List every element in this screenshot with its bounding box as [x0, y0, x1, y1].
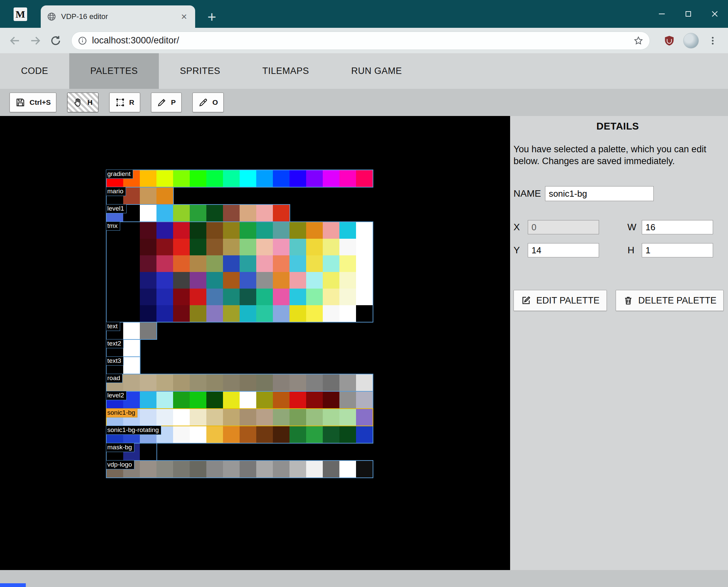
- ublock-extension-icon[interactable]: [661, 33, 677, 48]
- color-swatch[interactable]: [156, 255, 173, 272]
- tab-close-icon[interactable]: ×: [179, 12, 189, 22]
- color-swatch[interactable]: [140, 461, 156, 477]
- color-swatch[interactable]: [173, 289, 190, 305]
- color-swatch[interactable]: [173, 170, 190, 187]
- color-swatch[interactable]: [123, 222, 140, 239]
- color-swatch[interactable]: [156, 272, 173, 289]
- color-swatch[interactable]: [339, 392, 356, 408]
- color-swatch[interactable]: [156, 374, 173, 391]
- palette-text2[interactable]: text2: [106, 339, 141, 357]
- color-swatch[interactable]: [140, 444, 156, 460]
- color-swatch[interactable]: [240, 205, 256, 221]
- color-swatch[interactable]: [140, 222, 156, 239]
- palette-sonic1-bg[interactable]: sonic1-bg: [106, 408, 373, 426]
- color-swatch[interactable]: [190, 170, 206, 187]
- color-swatch[interactable]: [140, 289, 156, 305]
- h-input[interactable]: [642, 243, 713, 257]
- color-swatch[interactable]: [339, 461, 356, 477]
- color-swatch[interactable]: [140, 188, 156, 204]
- color-swatch[interactable]: [123, 322, 140, 339]
- color-swatch[interactable]: [140, 205, 156, 221]
- color-swatch[interactable]: [206, 255, 223, 272]
- color-swatch[interactable]: [306, 409, 323, 426]
- color-swatch[interactable]: [206, 374, 223, 391]
- color-swatch[interactable]: [107, 239, 123, 255]
- horizontal-scrollbar-thumb[interactable]: [0, 583, 26, 587]
- color-swatch[interactable]: [256, 170, 273, 187]
- edit-palette-button[interactable]: EDIT PALETTE: [514, 290, 607, 311]
- rect-select-tool-button[interactable]: R: [109, 93, 140, 112]
- color-swatch[interactable]: [223, 239, 240, 255]
- color-swatch[interactable]: [306, 461, 323, 477]
- color-swatch[interactable]: [339, 255, 356, 272]
- color-swatch[interactable]: [256, 409, 273, 426]
- color-swatch[interactable]: [240, 222, 256, 239]
- color-swatch[interactable]: [223, 205, 240, 221]
- color-swatch[interactable]: [173, 374, 190, 391]
- color-swatch[interactable]: [156, 461, 173, 477]
- color-swatch[interactable]: [173, 426, 190, 443]
- color-swatch[interactable]: [240, 272, 256, 289]
- maximize-button[interactable]: [675, 0, 702, 28]
- color-swatch[interactable]: [240, 426, 256, 443]
- color-swatch[interactable]: [223, 289, 240, 305]
- color-swatch[interactable]: [206, 272, 223, 289]
- color-swatch[interactable]: [190, 426, 206, 443]
- nav-tab-tilemaps[interactable]: TILEMAPS: [241, 53, 330, 89]
- bottom-scrollbar-track[interactable]: [0, 570, 728, 587]
- color-swatch[interactable]: [190, 409, 206, 426]
- color-swatch[interactable]: [290, 222, 306, 239]
- color-swatch[interactable]: [206, 289, 223, 305]
- color-swatch[interactable]: [190, 289, 206, 305]
- color-swatch[interactable]: [190, 305, 206, 322]
- color-swatch[interactable]: [107, 272, 123, 289]
- color-swatch[interactable]: [206, 205, 223, 221]
- color-swatch[interactable]: [256, 461, 273, 477]
- color-swatch[interactable]: [140, 374, 156, 391]
- color-swatch[interactable]: [223, 222, 240, 239]
- color-swatch[interactable]: [140, 239, 156, 255]
- color-swatch[interactable]: [173, 205, 190, 221]
- color-swatch[interactable]: [223, 374, 240, 391]
- color-swatch[interactable]: [339, 289, 356, 305]
- color-swatch[interactable]: [140, 392, 156, 408]
- color-swatch[interactable]: [256, 205, 273, 221]
- color-swatch[interactable]: [339, 272, 356, 289]
- color-swatch[interactable]: [339, 222, 356, 239]
- save-tool-button[interactable]: Ctrl+S: [10, 93, 56, 112]
- palette-level1[interactable]: level1: [106, 204, 290, 222]
- color-swatch[interactable]: [256, 255, 273, 272]
- color-swatch[interactable]: [190, 272, 206, 289]
- palette-sonic1-bg-rotating[interactable]: sonic1-bg-rotating: [106, 426, 373, 444]
- color-swatch[interactable]: [140, 322, 156, 339]
- color-swatch[interactable]: [339, 426, 356, 443]
- color-swatch[interactable]: [206, 170, 223, 187]
- page-info-icon[interactable]: [78, 36, 87, 45]
- color-swatch[interactable]: [240, 461, 256, 477]
- color-swatch[interactable]: [123, 340, 140, 356]
- color-swatch[interactable]: [339, 170, 356, 187]
- color-swatch[interactable]: [190, 392, 206, 408]
- color-swatch[interactable]: [156, 409, 173, 426]
- color-swatch[interactable]: [156, 170, 173, 187]
- color-swatch[interactable]: [356, 239, 373, 255]
- color-swatch[interactable]: [290, 239, 306, 255]
- color-swatch[interactable]: [156, 239, 173, 255]
- color-swatch[interactable]: [290, 170, 306, 187]
- color-swatch[interactable]: [290, 409, 306, 426]
- hand-tool-button[interactable]: H: [67, 93, 98, 112]
- browser-tab[interactable]: VDP-16 editor ×: [41, 5, 195, 28]
- color-swatch[interactable]: [323, 409, 339, 426]
- address-bar[interactable]: localhost:3000/editor/: [71, 32, 650, 50]
- color-swatch[interactable]: [290, 305, 306, 322]
- new-tab-button[interactable]: +: [204, 9, 220, 25]
- color-swatch[interactable]: [206, 461, 223, 477]
- color-swatch[interactable]: [223, 255, 240, 272]
- color-swatch[interactable]: [356, 374, 373, 391]
- color-swatch[interactable]: [306, 426, 323, 443]
- color-swatch[interactable]: [306, 392, 323, 408]
- color-swatch[interactable]: [206, 239, 223, 255]
- nav-tab-code[interactable]: CODE: [0, 53, 69, 89]
- color-swatch[interactable]: [273, 255, 290, 272]
- color-swatch[interactable]: [256, 272, 273, 289]
